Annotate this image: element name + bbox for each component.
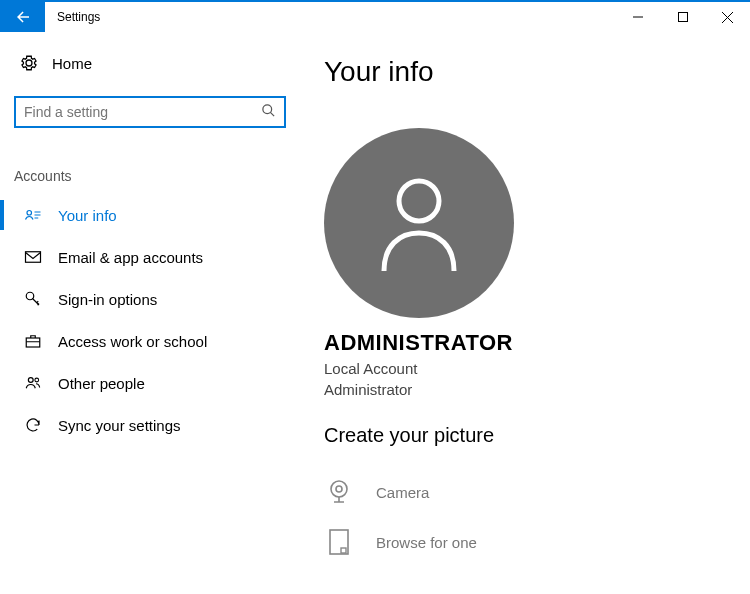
svg-point-10 — [336, 486, 342, 492]
svg-point-6 — [28, 378, 33, 383]
sidebar-item-label: Sign-in options — [58, 291, 157, 308]
option-label: Browse for one — [376, 534, 477, 551]
person-card-icon — [24, 206, 42, 224]
search-icon — [261, 103, 276, 122]
browse-option[interactable]: Browse for one — [324, 517, 477, 567]
close-button[interactable] — [705, 2, 750, 32]
profile-block: ADMINISTRATOR Local Account Administrato… — [324, 128, 726, 567]
sidebar-item-label: Email & app accounts — [58, 249, 203, 266]
svg-rect-0 — [678, 13, 687, 22]
minimize-icon — [633, 12, 643, 22]
mail-icon — [24, 248, 42, 266]
sidebar-item-label: Other people — [58, 375, 145, 392]
svg-point-2 — [27, 211, 32, 216]
sidebar: Home Accounts Your info Email & app acco… — [0, 32, 300, 592]
svg-point-9 — [331, 481, 347, 497]
sidebar-item-signin[interactable]: Sign-in options — [10, 278, 290, 320]
maximize-button[interactable] — [660, 2, 705, 32]
svg-point-1 — [263, 104, 272, 113]
page-title: Your info — [324, 56, 726, 88]
titlebar: Settings — [0, 2, 750, 32]
browse-icon — [324, 527, 354, 557]
maximize-icon — [678, 12, 688, 22]
key-icon — [24, 290, 42, 308]
home-nav[interactable]: Home — [10, 46, 290, 80]
home-label: Home — [52, 55, 92, 72]
back-button[interactable] — [0, 2, 45, 32]
avatar — [324, 128, 514, 318]
camera-option[interactable]: Camera — [324, 467, 429, 517]
arrow-left-icon — [14, 8, 32, 26]
sidebar-item-sync[interactable]: Sync your settings — [10, 404, 290, 446]
search-input[interactable] — [24, 104, 261, 120]
sidebar-item-label: Your info — [58, 207, 117, 224]
user-name: ADMINISTRATOR — [324, 330, 513, 356]
content-area: Home Accounts Your info Email & app acco… — [0, 32, 750, 592]
person-icon — [374, 173, 464, 273]
sync-icon — [24, 416, 42, 434]
account-type: Local Account — [324, 360, 417, 377]
svg-rect-5 — [26, 338, 40, 347]
picture-section-title: Create your picture — [324, 424, 494, 447]
svg-rect-3 — [26, 252, 41, 263]
window-title: Settings — [45, 2, 112, 32]
people-icon — [24, 374, 42, 392]
minimize-button[interactable] — [615, 2, 660, 32]
gear-icon — [20, 54, 38, 72]
sidebar-item-work[interactable]: Access work or school — [10, 320, 290, 362]
sidebar-item-your-info[interactable]: Your info — [10, 194, 290, 236]
option-label: Camera — [376, 484, 429, 501]
main-panel: Your info ADMINISTRATOR Local Account Ad… — [300, 32, 750, 592]
user-role: Administrator — [324, 381, 412, 398]
sidebar-item-label: Sync your settings — [58, 417, 181, 434]
sidebar-section-title: Accounts — [10, 168, 290, 194]
camera-icon — [324, 477, 354, 507]
svg-point-7 — [35, 378, 39, 382]
sidebar-item-label: Access work or school — [58, 333, 207, 350]
search-box[interactable] — [14, 96, 286, 128]
sidebar-item-other-people[interactable]: Other people — [10, 362, 290, 404]
briefcase-icon — [24, 332, 42, 350]
close-icon — [722, 12, 733, 23]
svg-rect-12 — [341, 548, 346, 553]
sidebar-item-email[interactable]: Email & app accounts — [10, 236, 290, 278]
svg-rect-11 — [330, 530, 348, 554]
svg-point-8 — [399, 181, 439, 221]
